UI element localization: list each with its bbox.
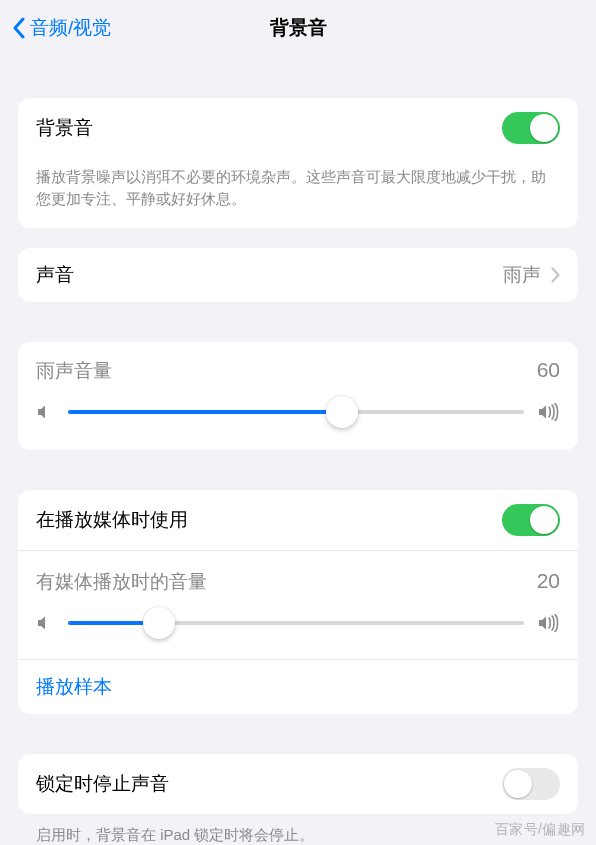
group-lock-stop: 锁定时停止声音 xyxy=(18,754,578,814)
group-sound-select: 声音 雨声 xyxy=(18,248,578,302)
lock-stop-toggle[interactable] xyxy=(502,768,560,800)
row-use-with-media: 在播放媒体时使用 xyxy=(18,490,578,550)
background-sound-toggle[interactable] xyxy=(502,112,560,144)
row-sound-select[interactable]: 声音 雨声 xyxy=(18,248,578,302)
group-background-sound: 背景音 播放背景噪声以消弭不必要的环境杂声。这些声音可最大限度地减少干扰，助您更… xyxy=(18,98,578,228)
row-volume-header: 雨声音量 60 xyxy=(18,342,578,390)
back-button[interactable]: 音频/视觉 xyxy=(12,15,111,41)
back-label: 音频/视觉 xyxy=(30,15,111,41)
speaker-low-icon xyxy=(36,403,54,421)
row-volume-slider xyxy=(18,390,578,450)
row-background-sound: 背景音 xyxy=(18,98,578,158)
media-volume-label: 有媒体播放时的音量 xyxy=(36,569,207,595)
volume-label: 雨声音量 xyxy=(36,358,112,384)
row-lock-stop: 锁定时停止声音 xyxy=(18,754,578,814)
watermark-text: 百家号/偏趣网 xyxy=(495,821,586,839)
play-sample-label: 播放样本 xyxy=(36,674,112,700)
page-title: 背景音 xyxy=(270,15,327,41)
group-media: 在播放媒体时使用 有媒体播放时的音量 20 xyxy=(18,490,578,714)
nav-header: 音频/视觉 背景音 xyxy=(0,0,596,56)
volume-slider[interactable] xyxy=(68,396,524,428)
chevron-right-icon xyxy=(551,267,560,283)
background-sound-label: 背景音 xyxy=(36,115,93,141)
background-sound-description: 播放背景噪声以消弭不必要的环境杂声。这些声音可最大限度地减少干扰，助您更加专注、… xyxy=(18,158,578,228)
sound-select-value: 雨声 xyxy=(503,262,541,288)
sound-select-label: 声音 xyxy=(36,262,74,288)
volume-value: 60 xyxy=(537,358,560,382)
row-play-sample[interactable]: 播放样本 xyxy=(18,659,578,714)
speaker-high-icon xyxy=(538,614,560,632)
media-volume-slider[interactable] xyxy=(68,607,524,639)
use-with-media-label: 在播放媒体时使用 xyxy=(36,507,188,533)
row-media-volume-header: 有媒体播放时的音量 20 xyxy=(18,550,578,601)
media-volume-value: 20 xyxy=(537,569,560,593)
lock-stop-label: 锁定时停止声音 xyxy=(36,771,169,797)
speaker-low-icon xyxy=(36,614,54,632)
row-media-volume-slider xyxy=(18,601,578,659)
group-volume: 雨声音量 60 xyxy=(18,342,578,450)
use-with-media-toggle[interactable] xyxy=(502,504,560,536)
speaker-high-icon xyxy=(538,403,560,421)
chevron-left-icon xyxy=(12,17,26,39)
